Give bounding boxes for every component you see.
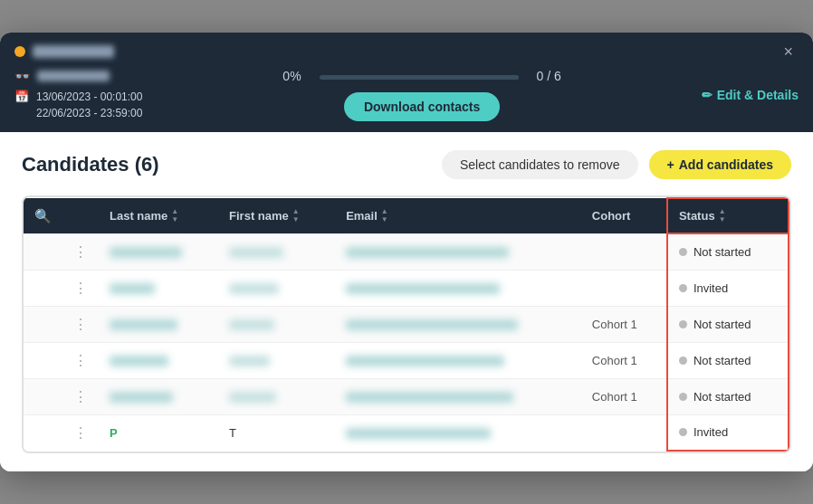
first-name-value bbox=[229, 319, 274, 330]
progress-percent: 0% bbox=[282, 69, 301, 83]
table-row: ⋮ Not started bbox=[24, 233, 789, 270]
status-content: Invited bbox=[679, 425, 777, 439]
body-toolbar: Candidates (6) Select candidates to remo… bbox=[22, 150, 791, 179]
status-label: Not started bbox=[693, 245, 751, 259]
email-cell bbox=[335, 342, 581, 378]
row-menu-dots[interactable]: ⋮ bbox=[62, 378, 99, 414]
modal-body: Candidates (6) Select candidates to remo… bbox=[0, 132, 813, 471]
last-name-value bbox=[110, 392, 173, 403]
first-name-cell bbox=[218, 270, 335, 306]
last-name-value bbox=[110, 247, 182, 258]
last-name-value bbox=[110, 283, 155, 294]
candidates-table: 🔍 Last name ▲▼ bbox=[24, 197, 789, 452]
candidates-title: Candidates (6) bbox=[22, 153, 159, 176]
last-name-value bbox=[110, 319, 177, 330]
status-indicator bbox=[679, 248, 687, 256]
email-cell bbox=[335, 233, 581, 270]
status-label: Not started bbox=[693, 354, 751, 367]
email-value bbox=[346, 247, 509, 258]
modal-header: × 👓 📅 13/06/2023 - 00:01:00 22/06/2023 -… bbox=[0, 33, 813, 132]
cohort-cell bbox=[581, 270, 667, 306]
glasses-row: 👓 bbox=[14, 69, 142, 83]
edit-icon: ✏ bbox=[702, 88, 713, 102]
table-row: ⋮ Invited bbox=[24, 270, 789, 306]
cohort-cell bbox=[581, 233, 667, 270]
campaign-title bbox=[33, 45, 114, 58]
header-right: ✏ Edit & Details bbox=[702, 88, 799, 102]
status-content: Not started bbox=[679, 354, 777, 367]
row-menu-dots[interactable]: ⋮ bbox=[62, 306, 99, 342]
status-indicator bbox=[679, 428, 687, 436]
first-name-value bbox=[229, 247, 283, 258]
close-button[interactable]: × bbox=[778, 42, 799, 62]
sort-last-name-icon[interactable]: ▲▼ bbox=[171, 208, 178, 223]
last-name-cell bbox=[99, 233, 218, 270]
progress-bar bbox=[320, 75, 519, 80]
search-column-header: 🔍 bbox=[24, 198, 62, 233]
add-candidates-label: Add candidates bbox=[679, 157, 773, 172]
cohort-column-header: Cohort bbox=[581, 198, 667, 233]
status-indicator bbox=[679, 320, 687, 328]
first-name-cell: T bbox=[218, 414, 335, 451]
add-candidates-button[interactable]: + Add candidates bbox=[649, 150, 791, 179]
cohort-cell: Cohort 1 bbox=[581, 342, 667, 378]
first-name-value bbox=[229, 283, 279, 294]
last-name-cell bbox=[99, 342, 218, 378]
row-menu-dots[interactable]: ⋮ bbox=[62, 342, 99, 378]
table-row: ⋮ Cohort 1 Not started bbox=[24, 378, 789, 414]
last-name-cell bbox=[99, 270, 218, 306]
email-column-header[interactable]: Email ▲▼ bbox=[335, 198, 581, 233]
title-area bbox=[14, 45, 114, 58]
cohort-cell bbox=[581, 414, 667, 451]
email-value bbox=[346, 428, 491, 439]
first-name-column-header[interactable]: First name ▲▼ bbox=[218, 198, 335, 233]
sort-status-icon[interactable]: ▲▼ bbox=[719, 208, 726, 223]
status-cell: Invited bbox=[667, 270, 789, 306]
row-menu-dots[interactable]: ⋮ bbox=[62, 233, 99, 270]
add-icon: + bbox=[667, 157, 674, 172]
select-remove-button[interactable]: Select candidates to remove bbox=[442, 150, 638, 179]
first-name-cell bbox=[218, 233, 335, 270]
email-cell bbox=[335, 306, 581, 342]
status-column-header[interactable]: Status ▲▼ bbox=[667, 198, 789, 233]
status-indicator bbox=[679, 357, 687, 365]
row-menu-dots[interactable]: ⋮ bbox=[62, 414, 99, 451]
toolbar-actions: Select candidates to remove + Add candid… bbox=[442, 150, 791, 179]
date-range-2: 22/06/2023 - 23:59:00 bbox=[36, 105, 142, 121]
download-contacts-button[interactable]: Download contacts bbox=[344, 92, 500, 121]
status-cell: Not started bbox=[667, 233, 789, 270]
table-row: ⋮ Cohort 1 Not started bbox=[24, 342, 789, 378]
progress-count: 0 / 6 bbox=[537, 69, 561, 83]
status-indicator bbox=[679, 284, 687, 292]
last-name-column-header[interactable]: Last name ▲▼ bbox=[99, 198, 218, 233]
session-name bbox=[37, 71, 110, 81]
first-name-cell bbox=[218, 306, 335, 342]
progress-area: 0% 0 / 6 bbox=[282, 69, 560, 83]
sort-email-icon[interactable]: ▲▼ bbox=[381, 208, 388, 223]
row-menu-dots[interactable]: ⋮ bbox=[62, 270, 99, 306]
last-name-cell bbox=[99, 378, 218, 414]
table-row: ⋮ Cohort 1 Not started bbox=[24, 306, 789, 342]
search-icon[interactable]: 🔍 bbox=[34, 208, 52, 223]
status-content: Not started bbox=[679, 318, 777, 331]
email-value bbox=[346, 283, 500, 294]
header-center: 0% 0 / 6 Download contacts bbox=[282, 69, 560, 121]
edit-details-button[interactable]: ✏ Edit & Details bbox=[702, 88, 799, 102]
status-label: Invited bbox=[693, 425, 728, 439]
email-cell bbox=[335, 414, 581, 451]
last-name-cell bbox=[99, 306, 218, 342]
last-name-value bbox=[110, 356, 168, 366]
status-indicator bbox=[679, 393, 687, 401]
email-value bbox=[346, 319, 518, 330]
status-content: Invited bbox=[679, 281, 777, 295]
date-range: 13/06/2023 - 00:01:00 22/06/2023 - 23:59… bbox=[36, 89, 142, 121]
header-top: × bbox=[14, 42, 799, 62]
table-header-row: 🔍 Last name ▲▼ bbox=[24, 198, 789, 233]
last-name-value: P bbox=[110, 426, 118, 440]
date-row: 📅 13/06/2023 - 00:01:00 22/06/2023 - 23:… bbox=[14, 89, 142, 121]
email-cell bbox=[335, 270, 581, 306]
sort-first-name-icon[interactable]: ▲▼ bbox=[292, 208, 300, 223]
edit-details-label: Edit & Details bbox=[717, 88, 799, 102]
status-label: Not started bbox=[693, 318, 751, 331]
status-content: Not started bbox=[679, 245, 777, 259]
